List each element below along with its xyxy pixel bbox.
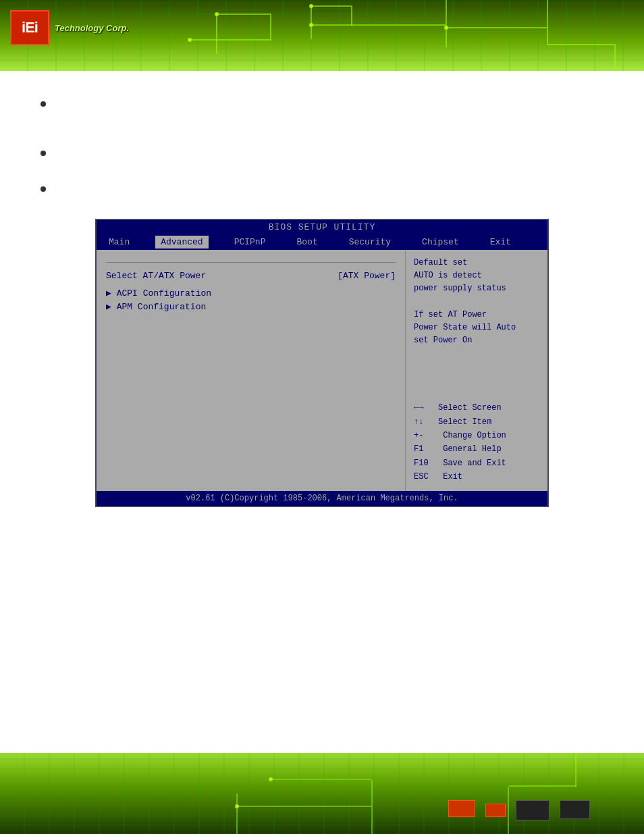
- key-row-updown: ↑↓ Select Item: [414, 415, 539, 429]
- company-name: Technology Corp.: [55, 23, 129, 33]
- bios-body: Select AT/ATX Power [ATX Power] ACPI Con…: [97, 250, 547, 491]
- bullet-item-2: [41, 147, 603, 156]
- bios-menu-boot[interactable]: Boot: [291, 236, 323, 249]
- help-line-4: If set AT Power: [414, 309, 539, 321]
- bullet-dot-2: [41, 151, 46, 156]
- bios-right-panel: Default set AUTO is detect power supply …: [406, 250, 547, 491]
- help-line-2: power supply status: [414, 282, 539, 295]
- chip-dark-1: [516, 800, 549, 820]
- bios-separator: [106, 262, 396, 263]
- bottom-banner: [0, 753, 644, 834]
- chip-red-2: [485, 804, 506, 817]
- bios-menu-pcipnp[interactable]: PCIPnP: [229, 236, 271, 249]
- logo-area: iEi Technology Corp.: [10, 10, 129, 45]
- iei-logo: iEi: [10, 10, 49, 45]
- bios-key-bindings: ←→ Select Screen ↑↓ Select Item +- Chang…: [414, 401, 539, 484]
- help-line-1: AUTO is detect: [414, 269, 539, 282]
- bios-menu-chipset[interactable]: Chipset: [417, 236, 464, 249]
- bullet-dot-3: [41, 186, 46, 192]
- key-row-f1: F1 General Help: [414, 442, 539, 456]
- key-row-esc: ESC Exit: [414, 470, 539, 484]
- help-line-5: Power State will Auto: [414, 321, 539, 334]
- bios-menu-security[interactable]: Security: [344, 236, 396, 249]
- bios-setting-value: [ATX Power]: [338, 271, 396, 281]
- bios-menu-bar: Main Advanced PCIPnP Boot Security Chips…: [97, 234, 547, 250]
- bios-menu-main[interactable]: Main: [103, 236, 135, 249]
- bios-help-text: Default set AUTO is detect power supply …: [414, 257, 539, 347]
- bios-title: BIOS SETUP UTILITY: [97, 220, 547, 234]
- bios-submenu-acpi[interactable]: ACPI Configuration: [106, 288, 396, 298]
- bios-menu-advanced[interactable]: Advanced: [155, 236, 208, 249]
- bullet-dot-1: [41, 101, 46, 107]
- bullet-item-1: [41, 98, 603, 107]
- bios-setting-label: Select AT/ATX Power: [106, 271, 206, 281]
- bios-setting-row[interactable]: Select AT/ATX Power [ATX Power]: [106, 271, 396, 281]
- key-row-plusminus: +- Change Option: [414, 429, 539, 442]
- key-row-arrows: ←→ Select Screen: [414, 401, 539, 415]
- bios-menu-exit[interactable]: Exit: [485, 236, 516, 249]
- board-chips: [448, 800, 590, 820]
- chip-red: [448, 800, 475, 817]
- key-row-f10: F10 Save and Exit: [414, 457, 539, 470]
- bullet-item-3: [41, 183, 603, 192]
- bios-submenu-apm[interactable]: APM Configuration: [106, 301, 396, 312]
- chip-dark-2: [560, 800, 590, 819]
- help-line-0: Default set: [414, 257, 539, 269]
- bios-screenshot: BIOS SETUP UTILITY Main Advanced PCIPnP …: [95, 219, 549, 507]
- bios-footer: v02.61 (C)Copyright 1985-2006, American …: [97, 491, 547, 506]
- help-line-3: [414, 296, 539, 309]
- help-line-6: set Power On: [414, 334, 539, 347]
- bios-left-panel: Select AT/ATX Power [ATX Power] ACPI Con…: [97, 250, 406, 491]
- top-banner: iEi Technology Corp.: [0, 0, 644, 71]
- content-area: BIOS SETUP UTILITY Main Advanced PCIPnP …: [0, 71, 644, 679]
